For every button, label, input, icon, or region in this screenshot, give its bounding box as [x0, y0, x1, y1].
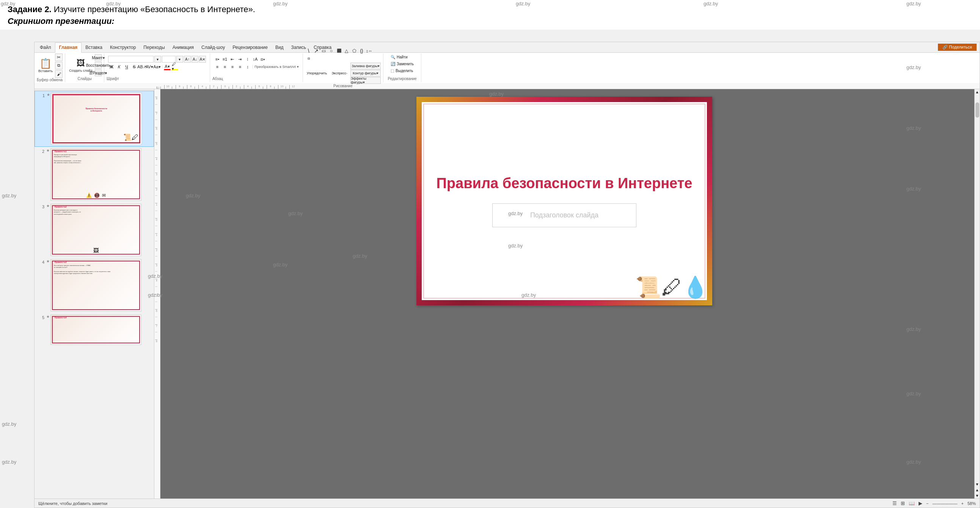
- slide-thumbnail-3[interactable]: 3 ★ Правило №2 Если вы публикуете фото и…: [35, 202, 154, 258]
- slide-star-4: ★: [46, 259, 50, 263]
- highlight-button[interactable]: 🖊▾: [172, 64, 178, 70]
- scrollbar-vertical[interactable]: ▲ ▼ ▲ ▼: [974, 89, 980, 498]
- notes-hint[interactable]: Щёлкните, чтобы добавить заметки: [38, 501, 107, 506]
- align-center-button[interactable]: ≡: [221, 64, 228, 70]
- tab-animations[interactable]: Анимация: [169, 42, 197, 53]
- share-button[interactable]: 🔗 Поделиться: [938, 44, 977, 51]
- slides-group-label: Слайды: [77, 76, 91, 81]
- shape-fill-button[interactable]: Заливка фигуры▾: [350, 63, 381, 69]
- quick-styles-button[interactable]: ⧈: [305, 55, 312, 62]
- decrease-indent-button[interactable]: ⇤: [229, 56, 236, 63]
- slide-subtitle-box[interactable]: Подзаголовок слайда: [492, 203, 636, 227]
- change-case-button[interactable]: Аа▾: [154, 64, 161, 70]
- ruler-tick-p5: [251, 86, 255, 89]
- tab-file[interactable]: Файл: [36, 42, 55, 53]
- view-present-btn[interactable]: ▶: [919, 500, 922, 506]
- scrollbar-up-btn[interactable]: ▲: [975, 89, 979, 95]
- shape-arrow[interactable]: ↗: [313, 48, 320, 54]
- underline-button[interactable]: Ч: [123, 64, 130, 70]
- bold-button[interactable]: Ж: [108, 64, 115, 70]
- status-bar: Щёлкните, чтобы добавить заметки ☰ ⊞ 📖 ▶…: [35, 498, 980, 508]
- watermark-23: gdz.by: [2, 459, 16, 465]
- slide-content[interactable]: Правила безопасности в Интернете Подзаго…: [424, 104, 705, 298]
- slide-thumbnail-1[interactable]: 1 ★ Правила безопасностив Интернете 📜🖊: [35, 91, 154, 147]
- tab-design[interactable]: Конструктор: [106, 42, 140, 53]
- arrange-button[interactable]: ↕↔: [366, 48, 373, 54]
- zoom-in-btn[interactable]: +: [961, 501, 964, 506]
- increase-indent-button[interactable]: ⇥: [237, 56, 243, 63]
- font-controls: ▾ ▾ A↑ A↓ A✕ Ж К Ч S АВ↗ AV▾ Аа▾ A▾: [107, 55, 207, 71]
- slide-thumbnail-2[interactable]: 2 ★ Правило №1 Никогда не разглашай перс…: [35, 147, 154, 202]
- slide-panel[interactable]: 1 ★ Правила безопасностив Интернете 📜🖊 2…: [35, 89, 154, 498]
- text-shadow-button[interactable]: АВ↗: [138, 64, 145, 70]
- shape-more[interactable]: ⬛: [336, 48, 342, 54]
- ribbon-group-slides: 🖼 Создать слайд Макет▾ Восстановить ☰ Ра…: [65, 54, 104, 82]
- reset-button[interactable]: Восстановить: [95, 62, 102, 68]
- zoom-out-btn[interactable]: −: [926, 501, 928, 506]
- scrollbar-thumb[interactable]: [975, 102, 979, 118]
- tab-insert[interactable]: Вставка: [81, 42, 106, 53]
- italic-button[interactable]: К: [116, 64, 123, 70]
- shape-bracket[interactable]: {}: [358, 48, 365, 54]
- numbering-button[interactable]: ≡1: [221, 56, 228, 63]
- cut-button[interactable]: ✂: [55, 54, 62, 61]
- shape-triangle[interactable]: △: [343, 48, 350, 54]
- shape-oval[interactable]: ○: [328, 48, 335, 54]
- tab-slideshow[interactable]: Слайд-шоу: [197, 42, 229, 53]
- font-name-input[interactable]: [108, 56, 154, 63]
- canvas-area[interactable]: Правила безопасности в Интернете Подзаго…: [161, 89, 974, 498]
- font-spacing-button[interactable]: AV▾: [146, 64, 153, 70]
- tab-home[interactable]: Главная: [55, 43, 82, 53]
- shape-outline-button[interactable]: Контур фигуры▾: [350, 70, 381, 76]
- format-painter-button[interactable]: 🖌: [55, 70, 62, 78]
- arrange-big-button[interactable]: Упорядочить: [305, 70, 329, 76]
- slide-image-4: Правило №3 На е-mail могут прислать неже…: [51, 259, 142, 312]
- select-button[interactable]: ⬚ Выделить: [389, 68, 415, 73]
- shape-rect[interactable]: ▭: [320, 48, 327, 54]
- bullets-button[interactable]: ≡•: [214, 56, 221, 63]
- justify-button[interactable]: ≡: [237, 64, 243, 70]
- clear-format-button[interactable]: A✕: [199, 56, 206, 63]
- text-direction-button[interactable]: ↕A: [252, 56, 259, 63]
- slide-frame-5: Правило №4: [51, 315, 141, 344]
- scrollbar-down-btn[interactable]: ▼: [975, 481, 979, 487]
- strikethrough-button[interactable]: S: [131, 64, 138, 70]
- copy-button[interactable]: ⧉: [55, 62, 62, 69]
- slide-thumbnail-4[interactable]: 4 ★ Правило №3 На е-mail могут прислать …: [35, 258, 154, 313]
- ruler-tick-p3: [240, 86, 244, 89]
- scroll-up-mini[interactable]: ▲: [975, 487, 979, 493]
- tab-view[interactable]: Вид: [272, 42, 288, 53]
- slide-icon-2b: 📵: [94, 193, 100, 198]
- slide-thumbnail-5[interactable]: 5 ★ Правило №4: [35, 313, 154, 346]
- font-color-button[interactable]: A▾: [164, 64, 171, 70]
- slide-star-5: ★: [46, 315, 50, 318]
- express-styles-button[interactable]: Экспресс-: [330, 70, 349, 76]
- scroll-down-mini[interactable]: ▼: [975, 493, 979, 498]
- decrease-font-button[interactable]: A↓: [191, 56, 198, 63]
- shape-line[interactable]: \: [305, 48, 312, 54]
- line-spacing-button[interactable]: ↕: [244, 64, 251, 70]
- paste-button[interactable]: 📋 Вставить: [37, 58, 54, 73]
- increase-font-button[interactable]: A↑: [184, 56, 191, 63]
- align-left-button[interactable]: ≡: [214, 64, 221, 70]
- tab-review[interactable]: Рецензирование: [229, 42, 272, 53]
- section-button[interactable]: ☰ Раздел▾: [95, 69, 102, 76]
- columns-button[interactable]: ⫶: [244, 56, 251, 63]
- slide-main-title[interactable]: Правила безопасности в Интернете: [436, 175, 692, 192]
- replace-button[interactable]: 🔄 Заменить: [389, 61, 415, 67]
- smart-art-button[interactable]: ⧈▾: [259, 56, 266, 63]
- align-right-button[interactable]: ≡: [229, 64, 236, 70]
- shape-effects-button[interactable]: Эффекты фигуры▾: [350, 77, 381, 84]
- view-reading-btn[interactable]: 📖: [909, 500, 915, 506]
- view-slide-btn[interactable]: ⊞: [901, 500, 905, 506]
- ribbon-tabs: Файл Главная Вставка Конструктор Переход…: [35, 42, 980, 53]
- shape-pentagon[interactable]: ⬠: [351, 48, 358, 54]
- find-button[interactable]: 🔍 Найти: [389, 54, 409, 60]
- font-name-dropdown[interactable]: ▾: [154, 56, 161, 63]
- layout-button[interactable]: Макет▾: [95, 54, 102, 61]
- main-slide[interactable]: Правила безопасности в Интернете Подзаго…: [417, 97, 712, 306]
- tab-transitions[interactable]: Переходы: [140, 42, 169, 53]
- para-row-1: ≡• ≡1 ⇤ ⇥ ⫶ ↕A ⧈▾: [214, 56, 299, 63]
- ruler-tick-p7: [263, 86, 267, 89]
- view-normal-btn[interactable]: ☰: [892, 500, 897, 506]
